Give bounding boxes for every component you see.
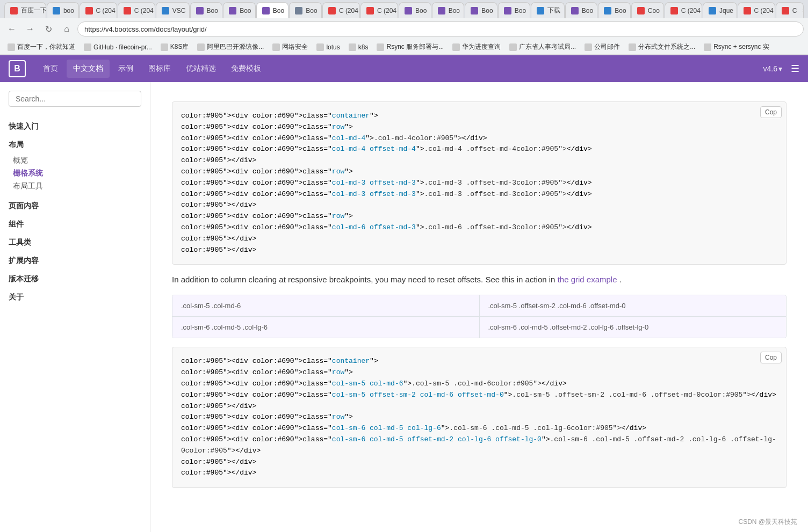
bookmark-label: 公司邮件 (594, 42, 620, 52)
refresh-button[interactable]: ↻ (41, 21, 56, 37)
navbar-link-中文文档[interactable]: 中文文档 (67, 60, 110, 78)
browser-tab[interactable]: C (204✕ (360, 2, 398, 18)
home-button[interactable]: ⌂ (59, 21, 74, 37)
browser-tab[interactable]: Boo✕ (190, 2, 223, 18)
navbar-link-优站精选[interactable]: 优站精选 (179, 60, 222, 78)
browser-tab[interactable]: Boo✕ (256, 2, 289, 18)
bookmark-label: Rsync 服务部署与... (386, 42, 444, 52)
navbar-link-首页[interactable]: 首页 (37, 60, 64, 78)
browser-tab[interactable]: C (204✕ (665, 2, 702, 18)
forward-button[interactable]: → (23, 21, 38, 37)
version-badge[interactable]: v4.6 ▾ (763, 64, 782, 73)
browser-tab[interactable]: Boo✕ (432, 2, 465, 18)
brand-icon: B (9, 60, 26, 77)
tab-label: Boo (615, 7, 626, 14)
bookmark-item[interactable]: lotus (313, 42, 343, 52)
sidebar-link[interactable]: 概览 (9, 154, 141, 167)
bookmark-item[interactable]: 阿里巴巴开源镜像... (194, 41, 267, 53)
bookmark-item[interactable]: GitHub · filecoin-pr... (81, 42, 155, 52)
tab-favicon (571, 7, 579, 14)
code-line: color:#905"><div color:#690">class="col-… (181, 423, 777, 434)
bookmark-icon (629, 43, 636, 51)
browser-tab[interactable]: Boo✕ (565, 2, 598, 18)
bookmark-item[interactable]: 网络安全 (269, 41, 311, 53)
tab-label: Boo (449, 7, 460, 14)
tab-favicon (537, 7, 544, 14)
content-paragraph: In addition to column clearing at respon… (172, 273, 787, 286)
navbar-link-免费模板[interactable]: 免费模板 (225, 60, 268, 78)
bookmark-item[interactable]: 华为进度查询 (449, 41, 504, 53)
browser-tab[interactable]: C (204✕ (118, 2, 155, 18)
sidebar-section-title: 关于 (9, 293, 141, 302)
browser-tab[interactable]: boo✕ (47, 2, 79, 18)
bookmark-icon (161, 43, 168, 51)
bookmark-label: 百度一下，你就知道 (17, 42, 75, 52)
bookmark-label: 华为进度查询 (462, 42, 501, 52)
bookmark-item[interactable]: 百度一下，你就知道 (4, 41, 78, 53)
bookmark-label: 广东省人事考试局... (519, 42, 576, 52)
copy-button-2[interactable]: Cop (760, 352, 782, 363)
browser-tab[interactable]: Boo✕ (399, 2, 431, 18)
grid-cell: .col-sm-6 .col-md-5 .col-lg-6 (172, 317, 480, 338)
tab-label: C (204 (754, 7, 774, 14)
browser-tab[interactable]: C (204✕ (80, 2, 117, 18)
browser-tab[interactable]: 下载✕ (531, 2, 564, 18)
tab-close-icon[interactable]: ✕ (802, 8, 804, 13)
browser-tab[interactable]: Boo✕ (498, 2, 531, 18)
sidebar-link[interactable]: 布局工具 (9, 180, 141, 193)
grid-example-link[interactable]: the grid example (558, 275, 617, 284)
navbar-link-示例[interactable]: 示例 (112, 60, 140, 78)
sidebar-link[interactable]: 栅格系统 (9, 167, 141, 180)
bookmark-item[interactable]: K8S库 (157, 41, 192, 53)
browser-tab[interactable]: Jque✕ (703, 2, 737, 18)
copy-button-1[interactable]: Cop (760, 106, 782, 118)
code-line: color:#905"><div color:#690">class="col-… (181, 390, 777, 401)
tab-label: Boo (207, 7, 218, 14)
menu-icon[interactable]: ☰ (791, 63, 799, 75)
tab-favicon (124, 7, 131, 14)
bookmark-item[interactable]: Rsync + sersync 实 (701, 41, 773, 53)
version-text: v4.6 (763, 64, 777, 73)
navbar-link-图标库[interactable]: 图标库 (142, 60, 177, 78)
navbar-brand[interactable]: B (9, 60, 26, 77)
bookmark-item[interactable]: 公司邮件 (581, 41, 623, 53)
bookmark-item[interactable]: 广东省人事考试局... (506, 41, 579, 53)
browser-tab[interactable]: C (204✕ (322, 2, 360, 18)
sidebar-section-title: 工具类 (9, 238, 141, 247)
tab-favicon (10, 7, 18, 14)
code-line: color:#905"><div color:#690">class="cont… (181, 111, 777, 122)
browser-tab[interactable]: Boo✕ (598, 2, 631, 18)
browser-tab[interactable]: VSC✕ (156, 2, 190, 18)
sidebar-section-title: 组件 (9, 220, 141, 229)
tab-label: boo (63, 7, 74, 14)
grid-demo: .col-sm-5 .col-md-6.col-sm-5 .offset-sm-… (172, 295, 787, 338)
bookmark-icon (8, 43, 15, 51)
tab-label: Boo (240, 7, 251, 14)
tab-label: 下载 (547, 6, 560, 15)
code-line: color:#905"><div color:#690">class="col-… (181, 189, 777, 200)
code-line: color:#905"><div color:#690">class="col-… (181, 434, 777, 457)
browser-tab[interactable]: C (204✕ (738, 2, 775, 18)
browser-tab[interactable]: Coo✕ (631, 2, 664, 18)
address-bar[interactable]: https://v4.bootcss.com/docs/layout/grid/ (77, 21, 804, 37)
bookmark-item[interactable]: 分布式文件系统之... (625, 41, 698, 53)
browser-tab[interactable]: C✕ (776, 2, 804, 18)
code-line: color:#905"></div> (181, 245, 777, 256)
back-button[interactable]: ← (4, 21, 19, 37)
navbar-right: v4.6 ▾ ☰ (763, 63, 799, 75)
browser-tab[interactable]: Boo✕ (223, 2, 256, 18)
bookmark-item[interactable]: Rsync 服务部署与... (373, 41, 447, 53)
browser-tab[interactable]: 百度一下✕ (4, 2, 46, 18)
sidebar-section-title: 快速入门 (9, 122, 141, 132)
tab-label: 百度一下 (21, 6, 46, 15)
code-block-2: Cop color:#905"><div color:#690">class="… (172, 347, 787, 488)
browser-chrome: 百度一下✕boo✕C (204✕C (204✕VSC✕Boo✕Boo✕Boo✕B… (0, 0, 808, 55)
code-line: color:#905"><div color:#690">class="row"… (181, 166, 777, 178)
browser-tab[interactable]: Boo✕ (465, 2, 497, 18)
tab-favicon (53, 7, 60, 14)
tab-favicon (366, 7, 374, 14)
grid-row: .col-sm-6 .col-md-5 .col-lg-6.col-sm-6 .… (172, 317, 786, 338)
bookmark-item[interactable]: k8s (345, 42, 372, 52)
search-input[interactable] (9, 91, 141, 107)
browser-tab[interactable]: Boo✕ (289, 2, 322, 18)
